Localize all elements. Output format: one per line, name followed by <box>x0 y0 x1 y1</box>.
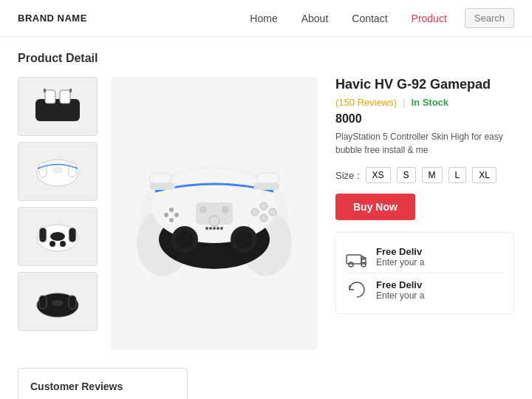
reviews-count: (150 Reviews) <box>335 97 397 108</box>
svg-point-32 <box>174 213 179 217</box>
size-l[interactable]: L <box>449 167 467 183</box>
truck-icon <box>345 245 369 268</box>
customer-reviews-section: Customer Reviews <box>18 368 188 399</box>
delivery-2-text: Free Deliv Enter your a <box>376 279 424 301</box>
size-selector: Size : XS S M L XL <box>335 167 514 183</box>
svg-rect-4 <box>69 89 72 92</box>
reviews-row: (150 Reviews) | In Stock <box>335 97 514 108</box>
thumb-1-img <box>32 84 83 129</box>
svg-point-33 <box>169 218 174 222</box>
page-title: Product Detail <box>18 52 514 65</box>
svg-point-27 <box>176 231 194 248</box>
svg-rect-11 <box>39 228 47 242</box>
svg-point-37 <box>260 214 267 222</box>
thumb-4-img <box>32 279 83 324</box>
search-button[interactable]: Search <box>465 8 514 28</box>
svg-point-31 <box>169 208 174 212</box>
product-description: PlayStation 5 Controller Skin High for e… <box>335 130 514 157</box>
svg-point-30 <box>164 213 168 217</box>
svg-point-36 <box>269 208 276 216</box>
thumbnail-1[interactable] <box>18 77 98 136</box>
svg-rect-1 <box>45 90 55 103</box>
svg-rect-6 <box>39 163 47 177</box>
nav-product[interactable]: Product <box>412 13 447 24</box>
svg-rect-2 <box>60 90 70 103</box>
svg-point-34 <box>251 208 259 216</box>
thumbnail-list <box>18 77 99 350</box>
nav-contact[interactable]: Contact <box>352 13 387 24</box>
page-content: Product Detail <box>0 37 532 399</box>
size-s[interactable]: S <box>397 167 416 183</box>
svg-rect-12 <box>69 228 76 242</box>
delivery-2-subtitle: Enter your a <box>376 290 424 301</box>
size-label: Size : <box>335 170 360 181</box>
reviews-separator: | <box>403 97 405 108</box>
product-name: Havic HV G-92 Gamepad <box>335 77 514 92</box>
svg-point-51 <box>349 262 353 267</box>
thumb-3-img <box>32 214 83 259</box>
main-product-image <box>111 77 318 350</box>
svg-point-35 <box>260 202 267 210</box>
thumb-2-img <box>32 149 83 194</box>
svg-rect-45 <box>149 173 171 183</box>
stock-status: In Stock <box>411 97 449 108</box>
svg-point-42 <box>220 227 223 230</box>
svg-point-38 <box>205 227 208 230</box>
svg-point-39 <box>209 227 212 230</box>
delivery-item-1: Free Deliv Enter your a <box>345 240 505 273</box>
delivery-1-title: Free Deliv <box>376 246 424 257</box>
svg-point-13 <box>50 232 65 241</box>
size-xl[interactable]: XL <box>472 167 497 183</box>
delivery-1-text: Free Deliv Enter your a <box>376 246 424 267</box>
main-controller-svg <box>111 132 318 295</box>
delivery-2-title: Free Deliv <box>376 279 424 290</box>
svg-rect-17 <box>39 296 47 309</box>
svg-point-48 <box>222 206 229 214</box>
size-xs[interactable]: XS <box>366 167 391 183</box>
size-m[interactable]: M <box>422 167 443 183</box>
svg-point-8 <box>52 166 64 174</box>
svg-rect-0 <box>35 99 80 121</box>
svg-rect-50 <box>347 255 361 264</box>
nav-home[interactable]: Home <box>250 13 277 24</box>
product-price: 8000 <box>335 112 514 126</box>
svg-rect-18 <box>69 296 76 309</box>
svg-point-14 <box>50 241 55 247</box>
thumbnail-4[interactable] <box>18 272 98 331</box>
svg-rect-7 <box>69 163 76 177</box>
svg-point-49 <box>209 216 219 226</box>
nav-links: Home About Contact Product <box>250 13 446 24</box>
product-layout: Havic HV G-92 Gamepad (150 Reviews) | In… <box>18 77 514 350</box>
brand-name: BRAND NAME <box>18 13 87 24</box>
reviews-section-title: Customer Reviews <box>30 381 175 392</box>
svg-point-52 <box>361 262 366 267</box>
svg-point-19 <box>52 300 64 306</box>
navbar: BRAND NAME Home About Contact Product Se… <box>0 0 532 37</box>
svg-rect-46 <box>257 173 279 183</box>
product-info-panel: Havic HV G-92 Gamepad (150 Reviews) | In… <box>330 77 514 350</box>
delivery-item-2: Free Deliv Enter your a <box>345 273 505 306</box>
svg-point-29 <box>235 231 253 248</box>
thumbnail-3[interactable] <box>18 207 98 266</box>
svg-point-15 <box>60 241 66 247</box>
svg-rect-3 <box>44 89 46 92</box>
delivery-1-subtitle: Enter your a <box>376 257 424 267</box>
svg-point-40 <box>213 227 216 230</box>
svg-point-47 <box>200 206 207 214</box>
thumbnail-2[interactable] <box>18 142 98 201</box>
return-icon <box>345 278 369 301</box>
delivery-info-box: Free Deliv Enter your a Free Deliv Enter… <box>335 232 514 314</box>
svg-point-41 <box>216 227 219 230</box>
nav-about[interactable]: About <box>301 13 329 24</box>
buy-now-button[interactable]: Buy Now <box>335 194 415 220</box>
